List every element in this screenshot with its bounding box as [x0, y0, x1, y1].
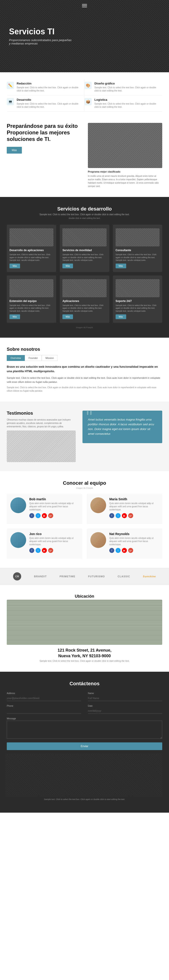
dev-card-4: Aplicaciones Sample text. Click to selec…: [60, 275, 109, 323]
phone-input[interactable]: [7, 708, 81, 714]
twitter-icon-2[interactable]: t: [36, 548, 41, 553]
dev-card-img-1: [62, 228, 106, 247]
dev-card-text-2: Sample text. Click to select the text bo…: [115, 253, 160, 262]
brand-logo-3: FUTURISMO: [88, 575, 105, 578]
service-diseno-title: Diseño gráfico: [95, 82, 159, 85]
about-right: Programa mejor clasificado In mollis urn…: [88, 123, 162, 188]
team-name-1: Maria Smith: [109, 497, 159, 501]
dev-card-0: Desarrollo de aplicaciones Sample text. …: [7, 225, 56, 272]
service-redaccion-desc: Sample text. Click to select the text bo…: [17, 86, 81, 92]
dev-card-img-0: [9, 228, 54, 247]
twitter-icon-0[interactable]: t: [36, 513, 41, 518]
dev-card-3: Extensión del equipo Sample text. Click …: [7, 275, 56, 323]
dev-card-img-2: [115, 228, 160, 247]
twitter-icon-3[interactable]: t: [115, 548, 120, 553]
menu-button[interactable]: [82, 3, 87, 8]
name-label: Name: [88, 692, 162, 695]
team-card-0: Bob martín Quis aten enim lorem iaculis …: [7, 494, 82, 524]
quote-mark-icon: ": [86, 408, 92, 426]
service-redaccion-title: Redacción: [17, 82, 81, 85]
dev-card-1: Servicios de movilidad Sample text. Clic…: [60, 225, 109, 272]
dev-img-credit: Imagen de Freepik: [7, 326, 162, 329]
team-avatar-0: [10, 497, 26, 513]
location-sample: Sample text. Click to select the text bo…: [7, 659, 162, 663]
dev-card-title-0: Desarrollo de aplicaciones: [9, 249, 54, 252]
contact-submit-button[interactable]: Enviar: [7, 742, 162, 750]
brand-logo-0: CR: [13, 572, 21, 581]
dev-card-btn-0[interactable]: Más: [9, 264, 20, 268]
dev-card-img-4: [62, 279, 106, 297]
twitter-icon-1[interactable]: t: [115, 513, 120, 518]
message-textarea[interactable]: [7, 721, 162, 739]
phone-group: Phone: [7, 705, 81, 714]
tab-founder[interactable]: Founder: [25, 355, 42, 361]
dev-card-text-0: Sample text. Click to select the text bo…: [9, 253, 54, 262]
tab-mission[interactable]: Mission: [42, 355, 58, 361]
location-section: Ubicación 121 Rock Street, 21 Avenue, Nu…: [0, 585, 169, 672]
team-desc-3: Quis aten enim lorem iaculis volutpat ad…: [109, 537, 159, 546]
service-logistica-title: Logística: [95, 98, 159, 102]
about2-tabs: Overview Founder Mission: [7, 355, 162, 361]
team-name-3: Nat Reynolds: [109, 532, 159, 536]
facebook-icon-3[interactable]: f: [109, 548, 114, 553]
location-heading: Ubicación: [7, 594, 162, 599]
service-logistica[interactable]: 📦 Logística Sample text. Click to select…: [85, 95, 162, 111]
dev-card-btn-4[interactable]: Más: [62, 314, 73, 319]
facebook-icon-0[interactable]: f: [29, 513, 34, 518]
youtube-icon-2[interactable]: ▶: [42, 548, 47, 553]
service-logistica-desc: Sample text. Click to select the text bo…: [95, 102, 159, 109]
brands-section: CR BRANDIT PRIMETIME FUTURISMO CLASSIC S…: [0, 568, 169, 585]
google-icon-1[interactable]: g+: [128, 513, 133, 518]
tab-overview[interactable]: Overview: [7, 355, 25, 361]
date-input[interactable]: [88, 708, 162, 714]
team-socials-2: f t ▶ g+: [29, 548, 79, 553]
brand-logo-1: BRANDIT: [34, 575, 47, 578]
service-redaccion[interactable]: ✏️ Redacción Sample text. Click to selec…: [7, 79, 85, 95]
dev-card-text-1: Sample text. Click to select the text bo…: [62, 253, 106, 262]
dev-card-btn-2[interactable]: Más: [115, 264, 126, 268]
team-socials-0: f t ▶ g+: [29, 513, 79, 518]
team-card-2: Jon rico Quis aten enim lorem iaculis vo…: [7, 528, 82, 559]
team-desc-2: Quis aten enim lorem iaculis volutpat ad…: [29, 537, 79, 546]
dev-sub: Sample text. Click to select the text bo…: [7, 213, 162, 216]
dev-card-text-4: Sample text. Click to select the text bo…: [62, 304, 106, 313]
about2-heading: Sobre nosotros: [7, 347, 162, 352]
dev-card-2: Consultante Sample text. Click to select…: [113, 225, 162, 272]
google-icon-2[interactable]: g+: [48, 548, 53, 553]
team-card-3: Nat Reynolds Quis aten enim lorem iaculi…: [87, 528, 162, 559]
phone-label: Phone: [7, 705, 81, 707]
youtube-icon-0[interactable]: ▶: [42, 513, 47, 518]
service-diseno[interactable]: 🎨 Diseño gráfico Sample text. Click to s…: [85, 79, 162, 95]
team-desc-1: Quis aten enim lorem iaculis volutpat ad…: [109, 502, 159, 511]
youtube-icon-3[interactable]: ▶: [122, 548, 127, 553]
team-credit: Imagen de Freepik: [7, 487, 162, 489]
address-input[interactable]: [7, 695, 81, 701]
about-button[interactable]: Más: [7, 147, 22, 154]
facebook-icon-1[interactable]: f: [109, 513, 114, 518]
youtube-icon-1[interactable]: ▶: [122, 513, 127, 518]
google-icon-3[interactable]: g+: [128, 548, 133, 553]
google-icon-0[interactable]: g+: [48, 513, 53, 518]
facebook-icon-2[interactable]: f: [29, 548, 34, 553]
dev-card-title-4: Aplicaciones: [62, 299, 106, 303]
contact-form: Address Name Phone Date Message: [7, 692, 162, 739]
about-left: Preparándose para su éxito Proporcione l…: [7, 123, 88, 154]
location-address-line2: Nueva York, NY 92103-9000: [7, 654, 162, 659]
dev-grid: Desarrollo de aplicaciones Sample text. …: [7, 225, 162, 323]
dev-card-btn-3[interactable]: Más: [9, 314, 20, 319]
team-desc-0: Quis aten enim lorem iaculis volutpat ad…: [29, 502, 79, 511]
message-group: Message: [7, 718, 162, 739]
logistica-icon: 📦: [85, 98, 92, 105]
name-group: Name: [88, 692, 162, 701]
address-group: Address: [7, 692, 81, 701]
dev-card-btn-5[interactable]: Más: [115, 314, 126, 319]
hero-section: Servicios TI Proporcionamos subcontratad…: [0, 0, 169, 72]
testimonial-left: Testimonios Ofrecemos muchas clases de s…: [7, 410, 76, 462]
contact-heading: Contáctenos: [7, 681, 162, 687]
hero-subtitle: Proporcionamos subcontratados para peque…: [9, 38, 72, 45]
dev-card-btn-1[interactable]: Más: [62, 264, 73, 268]
service-desarrollo[interactable]: 💻 Desarrollo Sample text. Click to selec…: [7, 95, 85, 111]
about-heading: Preparándose para su éxito Proporcione l…: [7, 123, 81, 142]
name-input[interactable]: [88, 695, 162, 701]
team-heading: Conocer al equipo: [7, 480, 162, 486]
